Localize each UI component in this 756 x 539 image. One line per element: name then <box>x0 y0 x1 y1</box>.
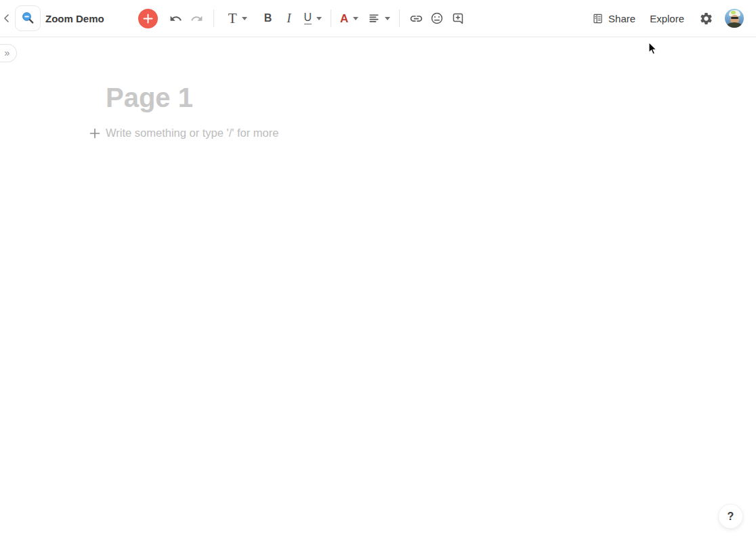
avatar-cap-panel <box>731 11 736 14</box>
toolbar-divider <box>213 9 214 27</box>
back-button[interactable] <box>0 9 14 28</box>
top-toolbar: Zoom Demo T B I U A <box>0 0 756 37</box>
undo-icon <box>169 12 182 25</box>
user-avatar[interactable] <box>725 9 744 28</box>
document-title[interactable]: Zoom Demo <box>45 13 104 24</box>
chevron-down-icon <box>353 17 358 20</box>
font-color-button[interactable]: A <box>338 9 360 28</box>
note-card-button[interactable] <box>15 5 41 31</box>
building-icon <box>592 13 604 24</box>
bold-label: B <box>264 13 272 24</box>
emoji-button[interactable] <box>427 9 446 28</box>
add-button[interactable] <box>138 9 158 28</box>
square-plus-icon <box>451 12 465 25</box>
link-icon <box>409 12 423 26</box>
chevron-down-icon <box>316 17 322 20</box>
smiley-icon <box>430 12 444 25</box>
share-button[interactable]: Share <box>592 13 635 24</box>
avatar-shoulders <box>727 22 742 28</box>
toolbar-divider <box>331 9 331 27</box>
undo-button[interactable] <box>167 9 186 28</box>
chevron-down-icon <box>242 17 247 20</box>
align-left-icon <box>368 12 380 24</box>
add-block-button[interactable] <box>89 127 100 139</box>
question-mark-label: ? <box>728 511 734 523</box>
editor-first-line[interactable]: Write something or type '/' for more <box>106 124 756 142</box>
chevron-down-icon <box>385 17 390 20</box>
gear-icon <box>699 12 713 26</box>
avatar-sunglasses <box>731 17 738 19</box>
font-color-label: A <box>340 13 348 24</box>
insert-link-button[interactable] <box>406 9 425 28</box>
redo-icon <box>190 12 203 25</box>
italic-label: I <box>287 12 293 24</box>
settings-button[interactable] <box>697 9 715 28</box>
editor-canvas[interactable]: Page 1 Write something or type '/' for m… <box>0 37 756 142</box>
underline-button[interactable]: U <box>302 9 324 28</box>
bold-button[interactable]: B <box>259 9 278 28</box>
help-button[interactable]: ? <box>719 504 742 528</box>
chevron-left-icon <box>2 14 12 23</box>
explore-button[interactable]: Explore <box>650 13 684 24</box>
align-button[interactable] <box>366 9 392 28</box>
editor-placeholder-text[interactable]: Write something or type '/' for more <box>106 127 278 139</box>
share-label: Share <box>608 13 635 24</box>
underline-label: U <box>304 12 312 24</box>
text-style-button[interactable]: T <box>226 9 249 28</box>
toolbar-divider <box>399 9 400 27</box>
text-style-label: T <box>228 12 237 26</box>
plus-icon <box>143 14 153 24</box>
italic-button[interactable]: I <box>280 9 299 28</box>
header-right-group: Share Explore <box>592 9 744 28</box>
redo-button[interactable] <box>188 9 207 28</box>
explore-label: Explore <box>650 13 684 24</box>
plus-icon <box>89 128 100 139</box>
double-chevron-right-icon: » <box>5 47 10 58</box>
page-title-placeholder[interactable]: Page 1 <box>106 82 756 114</box>
insert-block-button[interactable] <box>448 9 467 28</box>
zoom-out-magnifier-icon <box>20 11 35 26</box>
